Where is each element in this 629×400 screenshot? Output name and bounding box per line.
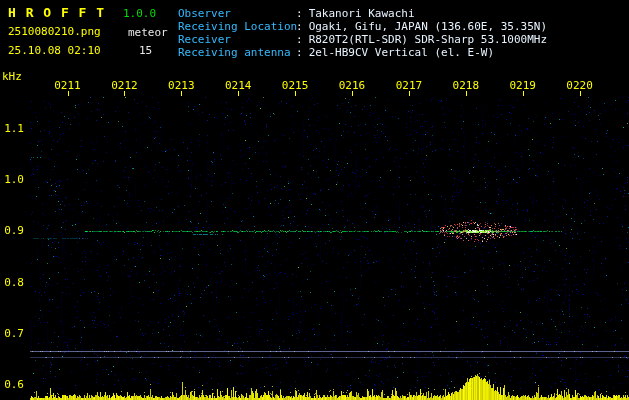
time-tick-label: 0214 xyxy=(225,79,252,92)
app-version: 1.0.0 xyxy=(123,7,156,20)
freq-tick-label: 0.7 xyxy=(4,327,24,340)
mode-label: meteor xyxy=(128,26,168,39)
info-row-antenna: Receiving antenna:2el-HB9CV Vertical (el… xyxy=(178,46,547,59)
freq-tick-label: 0.8 xyxy=(4,276,24,289)
info-separator: : xyxy=(296,20,303,33)
time-tick-label: 0217 xyxy=(396,79,423,92)
info-row-location: Receiving Location:Ogaki, Gifu, JAPAN (1… xyxy=(178,20,547,33)
freq-tick-label: 1.1 xyxy=(4,122,24,135)
hrofft-output-screen: H R O F F T 1.0.0 2510080210.png meteor … xyxy=(0,0,629,400)
info-label: Receiving Location xyxy=(178,20,296,33)
info-value: Takanori Kawachi xyxy=(309,7,415,20)
time-tick-label: 0212 xyxy=(111,79,138,92)
info-row-receiver: Receiver:R820T2(RTL-SDR) SDR-Sharp 53.10… xyxy=(178,33,547,46)
freq-tick-label: 0.6 xyxy=(4,378,24,391)
time-tick-label: 0218 xyxy=(453,79,480,92)
info-label: Receiving antenna xyxy=(178,46,296,59)
info-separator: : xyxy=(296,46,303,59)
freq-tick-label: 1.0 xyxy=(4,173,24,186)
spectrogram-canvas xyxy=(0,0,629,400)
time-tick-label: 0220 xyxy=(566,79,593,92)
info-label: Observer xyxy=(178,7,296,20)
station-info: Observer:Takanori Kawachi Receiving Loca… xyxy=(178,7,547,59)
time-tick-label: 0211 xyxy=(54,79,81,92)
info-value: R820T2(RTL-SDR) SDR-Sharp 53.1000MHz xyxy=(309,33,547,46)
time-tick-label: 0215 xyxy=(282,79,309,92)
info-separator: : xyxy=(296,33,303,46)
freq-axis: 1.11.00.90.80.70.6 xyxy=(0,0,26,400)
echo-count: 15 xyxy=(139,44,152,57)
time-axis: 0211021202130214021502160217021802190220 xyxy=(0,79,629,91)
info-value: 2el-HB9CV Vertical (el. E-W) xyxy=(309,46,494,59)
time-tick-label: 0216 xyxy=(339,79,366,92)
freq-tick-label: 0.9 xyxy=(4,224,24,237)
info-label: Receiver xyxy=(178,33,296,46)
info-separator: : xyxy=(296,7,303,20)
info-value: Ogaki, Gifu, JAPAN (136.60E, 35.35N) xyxy=(309,20,547,33)
time-tick-label: 0213 xyxy=(168,79,195,92)
info-row-observer: Observer:Takanori Kawachi xyxy=(178,7,547,20)
time-tick-label: 0219 xyxy=(509,79,536,92)
